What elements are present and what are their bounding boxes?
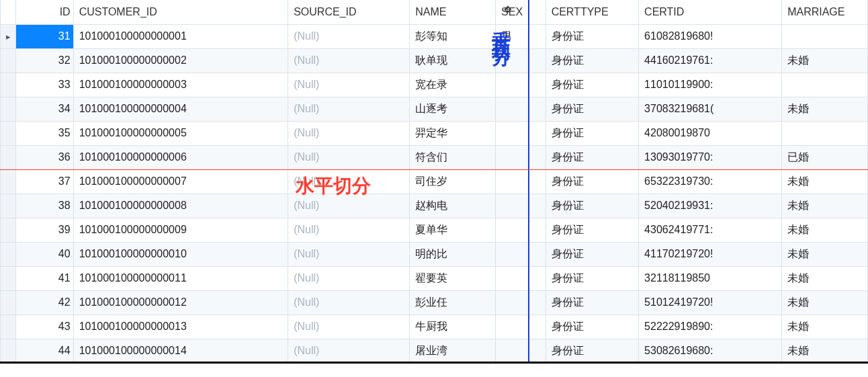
cell-certtype[interactable]: 身份证 xyxy=(546,315,638,339)
col-customer-id[interactable]: CUSTOMER_ID xyxy=(73,0,288,24)
cell-id[interactable]: 32 xyxy=(16,48,73,73)
table-row[interactable]: 39101000100000000009(Null)夏单华身份证43062419… xyxy=(1,218,868,242)
col-sex[interactable]: SEX xyxy=(496,0,546,24)
cell-id[interactable]: 31 xyxy=(16,24,73,48)
cell-certtype[interactable]: 身份证 xyxy=(546,121,638,145)
cell-sex[interactable] xyxy=(496,145,546,169)
cell-certtype[interactable]: 身份证 xyxy=(546,24,638,48)
table-row[interactable]: 36101000100000000006(Null)符含们身份证13093019… xyxy=(1,145,868,169)
col-certtype[interactable]: CERTTYPE xyxy=(546,0,638,24)
cell-source-id[interactable]: (Null) xyxy=(288,97,410,121)
cell-certtype[interactable]: 身份证 xyxy=(546,145,638,169)
table-row[interactable]: 38101000100000000008(Null)赵构电身份证52040219… xyxy=(1,194,868,218)
cell-sex[interactable] xyxy=(496,48,546,73)
cell-customer-id[interactable]: 101000100000000013 xyxy=(73,315,288,339)
cell-marriage[interactable]: 未婚 xyxy=(782,218,868,242)
cell-id[interactable]: 40 xyxy=(16,242,73,266)
cell-id[interactable]: 36 xyxy=(16,145,73,169)
cell-customer-id[interactable]: 101000100000000014 xyxy=(73,339,288,363)
cell-marriage[interactable] xyxy=(782,73,868,97)
cell-name[interactable]: 耿单现 xyxy=(410,48,496,73)
cell-sex[interactable] xyxy=(496,266,546,290)
cell-name[interactable]: 山逐考 xyxy=(410,97,496,121)
cell-certtype[interactable]: 身份证 xyxy=(546,73,638,97)
cell-customer-id[interactable]: 101000100000000007 xyxy=(73,169,288,194)
cell-id[interactable]: 44 xyxy=(16,339,73,363)
cell-sex[interactable] xyxy=(496,242,546,266)
cell-sex[interactable] xyxy=(496,339,546,363)
col-certid[interactable]: CERTID xyxy=(639,0,782,24)
cell-certid[interactable]: 42080019870 xyxy=(639,121,782,145)
cell-marriage[interactable]: 未婚 xyxy=(782,339,868,363)
cell-certid[interactable]: 37083219681( xyxy=(639,97,782,121)
col-marriage[interactable]: MARRIAGE xyxy=(782,0,868,24)
cell-source-id[interactable]: (Null) xyxy=(288,315,410,339)
table-row[interactable]: 33101000100000000003(Null)宽在录身份证11010119… xyxy=(1,73,868,97)
cell-name[interactable]: 彭等知 xyxy=(410,24,496,48)
cell-marriage[interactable] xyxy=(782,24,868,48)
cell-certid[interactable]: 61082819680! xyxy=(639,24,782,48)
cell-certtype[interactable]: 身份证 xyxy=(546,339,638,363)
cell-id[interactable]: 33 xyxy=(16,73,73,97)
cell-sex[interactable] xyxy=(496,194,546,218)
cell-certid[interactable]: 52040219931: xyxy=(639,194,782,218)
cell-certid[interactable]: 52222919890: xyxy=(639,315,782,339)
col-source-id[interactable]: SOURCE_ID xyxy=(288,0,410,24)
cell-sex[interactable] xyxy=(496,315,546,339)
cell-marriage[interactable]: 未婚 xyxy=(782,169,868,194)
cell-certtype[interactable]: 身份证 xyxy=(546,97,638,121)
cell-customer-id[interactable]: 101000100000000009 xyxy=(73,218,288,242)
cell-id[interactable]: 37 xyxy=(16,169,73,194)
cell-customer-id[interactable]: 101000100000000010 xyxy=(73,242,288,266)
cell-customer-id[interactable]: 101000100000000002 xyxy=(73,48,288,73)
cell-certtype[interactable]: 身份证 xyxy=(546,194,638,218)
cell-id[interactable]: 41 xyxy=(16,266,73,290)
cell-sex[interactable]: 男 xyxy=(496,24,546,48)
cell-sex[interactable] xyxy=(496,73,546,97)
cell-certtype[interactable]: 身份证 xyxy=(546,242,638,266)
cell-source-id[interactable]: (Null) xyxy=(288,73,410,97)
cell-sex[interactable] xyxy=(496,121,546,145)
cell-marriage[interactable]: 已婚 xyxy=(782,145,868,169)
cell-certtype[interactable]: 身份证 xyxy=(546,290,638,315)
cell-marriage[interactable]: 未婚 xyxy=(782,242,868,266)
cell-customer-id[interactable]: 101000100000000008 xyxy=(73,194,288,218)
cell-name[interactable]: 符含们 xyxy=(410,145,496,169)
cell-name[interactable]: 羿定华 xyxy=(410,121,496,145)
cell-marriage[interactable]: 未婚 xyxy=(782,194,868,218)
cell-source-id[interactable]: (Null) xyxy=(288,242,410,266)
table-row[interactable]: 35101000100000000005(Null)羿定华身份证42080019… xyxy=(1,121,868,145)
cell-customer-id[interactable]: 101000100000000004 xyxy=(73,97,288,121)
col-name[interactable]: NAME xyxy=(410,0,496,24)
cell-sex[interactable] xyxy=(496,169,546,194)
cell-source-id[interactable]: (Null) xyxy=(288,339,410,363)
cell-customer-id[interactable]: 101000100000000011 xyxy=(73,266,288,290)
table-row[interactable]: 43101000100000000013(Null)牛厨我身份证52222919… xyxy=(1,315,868,339)
cell-certtype[interactable]: 身份证 xyxy=(546,218,638,242)
cell-name[interactable]: 明的比 xyxy=(410,242,496,266)
table-row[interactable]: 42101000100000000012(Null)彭业任身份证51012419… xyxy=(1,290,868,315)
cell-certid[interactable]: 13093019770: xyxy=(639,145,782,169)
cell-customer-id[interactable]: 101000100000000006 xyxy=(73,145,288,169)
cell-source-id[interactable]: (Null) xyxy=(288,266,410,290)
cell-id[interactable]: 42 xyxy=(16,290,73,315)
cell-customer-id[interactable]: 101000100000000001 xyxy=(73,24,288,48)
col-id[interactable]: ID xyxy=(16,0,73,24)
cell-name[interactable]: 彭业任 xyxy=(410,290,496,315)
cell-marriage[interactable]: 未婚 xyxy=(782,315,868,339)
cell-name[interactable]: 赵构电 xyxy=(410,194,496,218)
cell-source-id[interactable]: (Null) xyxy=(288,218,410,242)
cell-source-id[interactable]: (Null) xyxy=(288,48,410,73)
cell-certid[interactable]: 41170219720! xyxy=(639,242,782,266)
table-row[interactable]: 32101000100000000002(Null)耿单现身份证44160219… xyxy=(1,48,868,73)
cell-customer-id[interactable]: 101000100000000005 xyxy=(73,121,288,145)
cell-source-id[interactable]: (Null) xyxy=(288,121,410,145)
cell-certtype[interactable]: 身份证 xyxy=(546,266,638,290)
cell-source-id[interactable]: (Null) xyxy=(288,194,410,218)
cell-certid[interactable]: 65322319730: xyxy=(639,169,782,194)
cell-certid[interactable]: 44160219761: xyxy=(639,48,782,73)
table-row[interactable]: 37101000100000000007(Null)司住岁身份证65322319… xyxy=(1,169,868,194)
cell-marriage[interactable]: 未婚 xyxy=(782,266,868,290)
cell-certid[interactable]: 43062419771: xyxy=(639,218,782,242)
table-row[interactable]: 44101000100000000014(Null)屠业湾身份证53082619… xyxy=(1,339,868,363)
